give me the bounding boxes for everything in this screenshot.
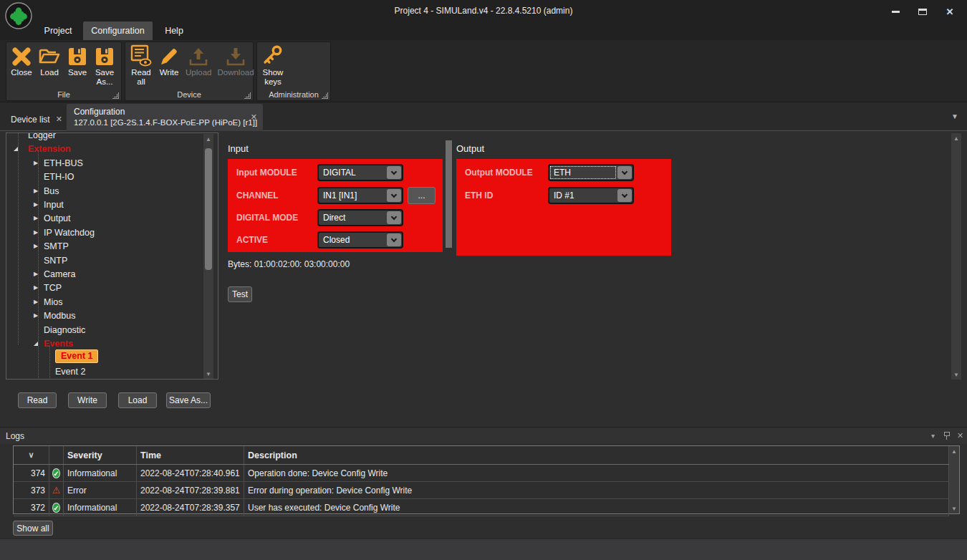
status-bar bbox=[0, 539, 967, 560]
tab-close-icon[interactable]: ✕ bbox=[56, 115, 62, 124]
menu-tab-configuration[interactable]: Configuration bbox=[83, 21, 153, 40]
scroll-down-icon[interactable]: ▼ bbox=[951, 370, 961, 380]
log-row[interactable]: 373 ⚠ Error 2022-08-24T07:28:39.881 Erro… bbox=[14, 482, 949, 499]
section-splitter[interactable] bbox=[446, 140, 452, 248]
maximize-button[interactable] bbox=[913, 6, 932, 17]
tree-item-event-1[interactable]: Event 1 bbox=[6, 349, 98, 363]
tree-item-tcp[interactable]: ▶TCP bbox=[6, 281, 62, 294]
chevron-right-icon[interactable]: ▶ bbox=[34, 284, 38, 291]
dialog-launcher-icon[interactable] bbox=[322, 92, 328, 99]
tree-item-input[interactable]: ▶Input bbox=[6, 198, 64, 211]
scroll-up-icon[interactable]: ▲ bbox=[951, 133, 961, 143]
input-module-dropdown[interactable]: DIGITAL bbox=[317, 164, 403, 181]
output-module-dropdown[interactable]: ETH bbox=[548, 164, 634, 181]
content-scrollbar[interactable]: ▲ ▼ bbox=[951, 133, 961, 380]
scroll-down-icon[interactable]: ▼ bbox=[203, 369, 213, 379]
tab-device-list[interactable]: Device list ✕ bbox=[4, 107, 67, 131]
tree-item-eth-io[interactable]: ETH-IO bbox=[6, 170, 74, 183]
menu-tab-project[interactable]: Project bbox=[34, 21, 82, 40]
show-all-button[interactable]: Show all bbox=[13, 521, 53, 536]
write-button[interactable]: Write bbox=[155, 43, 183, 89]
close-button[interactable]: Close bbox=[8, 43, 35, 89]
chevron-down-icon[interactable] bbox=[387, 189, 401, 202]
show-keys-button[interactable]: Show keys bbox=[259, 43, 287, 89]
expanded-triangle-icon[interactable] bbox=[14, 147, 18, 151]
upload-button[interactable]: Upload bbox=[183, 43, 214, 89]
active-dropdown[interactable]: Closed bbox=[317, 231, 403, 248]
write-action-button[interactable]: Write bbox=[68, 392, 107, 408]
scroll-up-icon[interactable]: ▲ bbox=[203, 134, 213, 144]
channel-dropdown[interactable]: IN1 [IN1] bbox=[317, 187, 403, 204]
channel-browse-button[interactable]: ... bbox=[408, 187, 436, 204]
chevron-right-icon[interactable]: ▶ bbox=[34, 215, 38, 221]
chevron-right-icon[interactable]: ▶ bbox=[34, 160, 38, 166]
log-filter-column-header[interactable]: ∨ bbox=[14, 446, 49, 464]
tree-scrollbar[interactable]: ▲ ▼ bbox=[203, 134, 213, 379]
tree-item-diagnostic[interactable]: Diagnostic bbox=[6, 323, 85, 337]
configuration-tree: Logger Extension ▶ETH-BUS ETH-IO ▶Bus ▶I… bbox=[6, 132, 218, 380]
tree-item-bus[interactable]: ▶Bus bbox=[6, 184, 59, 198]
test-button[interactable]: Test bbox=[228, 286, 252, 302]
application-window: Project 4 - SIMULand.v4 - 22.8.4.5210 (a… bbox=[0, 0, 967, 560]
logs-collapse-chevron-icon[interactable]: ▾ bbox=[931, 432, 935, 440]
scroll-down-icon[interactable]: ▼ bbox=[949, 503, 959, 513]
log-description-column-header[interactable]: Description bbox=[244, 446, 949, 464]
chevron-down-icon[interactable] bbox=[387, 166, 401, 179]
tab-list-chevron-down-icon[interactable]: ▼ bbox=[951, 112, 958, 120]
log-table-scrollbar[interactable]: ▲ ▼ bbox=[949, 446, 959, 513]
tree-scrollbar-thumb[interactable] bbox=[205, 148, 212, 270]
tree-item-smtp[interactable]: ▶SMTP bbox=[6, 239, 69, 253]
save-as-button[interactable]: Save As... bbox=[91, 43, 118, 89]
tree-item-eth-bus[interactable]: ▶ETH-BUS bbox=[6, 156, 83, 170]
chevron-right-icon[interactable]: ▶ bbox=[34, 188, 38, 194]
tab-configuration[interactable]: Configuration 127.0.0.1 [2G-2S.1.4.F-BOX… bbox=[67, 104, 263, 131]
tree-item-event-2[interactable]: Event 2 bbox=[6, 365, 85, 378]
tree-item-camera[interactable]: ▶Camera bbox=[6, 267, 75, 281]
save-button[interactable]: Save bbox=[64, 43, 91, 89]
log-icon-column-header[interactable] bbox=[49, 446, 64, 464]
load-action-button[interactable]: Load bbox=[118, 392, 157, 408]
log-row[interactable]: 372 ✓ Informational 2022-08-24T07:28:39.… bbox=[14, 499, 949, 516]
chevron-down-icon[interactable] bbox=[387, 233, 401, 246]
log-severity-column-header[interactable]: Severity bbox=[64, 446, 137, 464]
chevron-right-icon[interactable]: ▶ bbox=[34, 271, 38, 277]
tree-item-modbus[interactable]: ▶Modbus bbox=[6, 309, 75, 322]
logs-close-icon[interactable]: ✕ bbox=[957, 431, 963, 440]
expanded-triangle-icon[interactable] bbox=[34, 342, 38, 346]
read-all-button[interactable]: Read all bbox=[127, 43, 155, 89]
chevron-down-icon[interactable] bbox=[617, 189, 632, 202]
save-as-action-button[interactable]: Save As... bbox=[166, 392, 211, 408]
tree-item-extension[interactable]: Extension bbox=[6, 142, 71, 155]
download-button[interactable]: Download bbox=[214, 43, 256, 89]
chevron-right-icon[interactable]: ▶ bbox=[34, 229, 38, 236]
tree-item-mios[interactable]: ▶Mios bbox=[6, 295, 62, 309]
chevron-right-icon[interactable]: ▶ bbox=[34, 201, 38, 208]
input-alert-panel: Input MODULE DIGITAL CHANNEL IN1 [IN1] .… bbox=[228, 159, 443, 252]
chevron-down-icon[interactable] bbox=[617, 166, 632, 179]
load-button[interactable]: Load bbox=[35, 43, 64, 89]
chevron-down-icon[interactable] bbox=[387, 211, 401, 224]
tree-item-logger[interactable]: Logger bbox=[6, 132, 56, 142]
menu-tab-help[interactable]: Help bbox=[155, 21, 193, 40]
log-row[interactable]: 374 ✓ Informational 2022-08-24T07:28:40.… bbox=[14, 465, 949, 482]
minimize-button[interactable] bbox=[886, 6, 905, 17]
key-icon bbox=[261, 44, 284, 67]
read-action-button[interactable]: Read bbox=[18, 392, 57, 408]
tab-close-icon[interactable]: ✕ bbox=[251, 112, 257, 122]
chevron-right-icon[interactable]: ▶ bbox=[34, 299, 38, 305]
digital-mode-dropdown[interactable]: Direct bbox=[317, 209, 403, 226]
log-time-column-header[interactable]: Time bbox=[137, 446, 244, 464]
dialog-launcher-icon[interactable] bbox=[244, 92, 251, 99]
chevron-right-icon[interactable]: ▶ bbox=[34, 243, 38, 249]
eth-id-dropdown[interactable]: ID #1 bbox=[548, 187, 634, 204]
tree-item-output[interactable]: ▶Output bbox=[6, 211, 71, 225]
logs-pin-icon[interactable] bbox=[944, 432, 950, 440]
tree-item-ip-watchdog[interactable]: ▶IP Watchdog bbox=[6, 226, 95, 239]
scroll-up-icon[interactable]: ▲ bbox=[949, 446, 959, 456]
tree-item-sntp[interactable]: SNTP bbox=[6, 254, 67, 267]
chevron-right-icon[interactable]: ▶ bbox=[34, 312, 38, 319]
tree-item-events[interactable]: Events bbox=[6, 337, 73, 350]
dialog-launcher-icon[interactable] bbox=[112, 92, 119, 99]
input-section-title: Input bbox=[228, 143, 249, 154]
window-close-button[interactable]: ✕ bbox=[940, 6, 959, 17]
